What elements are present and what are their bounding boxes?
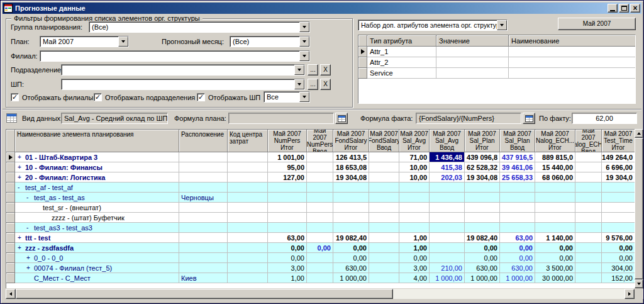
value-cell[interactable]: 1 000,00 [465,273,500,283]
value-cell[interactable] [369,152,399,162]
attribute-name-cell[interactable] [509,47,635,57]
column-header[interactable]: Май 2007NumPersВвод [307,130,333,152]
value-cell[interactable] [369,183,399,193]
table-row[interactable]: -test_as3 - test_as3 [6,223,635,233]
value-cell[interactable] [307,233,333,243]
value-cell[interactable] [535,223,575,233]
value-cell[interactable] [307,213,333,223]
chevron-down-icon[interactable] [294,65,304,75]
table-row[interactable]: +20 - Филиал: Логистика127,0019 304,0810… [6,172,635,183]
cost-center-cell[interactable] [228,243,268,253]
value-cell[interactable] [307,183,333,193]
value-cell[interactable]: 19 082,40 [465,233,500,243]
value-cell[interactable] [500,203,535,213]
value-cell[interactable]: 1 000,00 [430,273,465,283]
value-cell[interactable]: 19 304,0 [602,172,635,183]
scrollbar-thumb[interactable] [635,138,643,279]
value-cell[interactable]: 63,00 [500,233,535,243]
location-cell[interactable] [179,213,228,223]
value-cell[interactable] [369,273,399,283]
value-cell[interactable]: 6 696,00 [602,162,635,172]
value-cell[interactable] [500,223,535,233]
value-cell[interactable]: 62 528,32 [465,162,500,172]
value-cell[interactable]: 3,00 [399,263,430,273]
value-cell[interactable]: 0,00 [465,253,500,263]
chevron-down-icon[interactable] [299,92,309,102]
branch-select[interactable] [40,50,310,62]
scroll-left-button[interactable] [6,289,16,299]
value-cell[interactable] [575,253,602,263]
value-cell[interactable]: 3 500,00 [535,263,575,273]
value-cell[interactable] [369,213,399,223]
value-cell[interactable]: 0,00 [500,243,535,253]
value-cell[interactable]: 0,00 [333,253,369,263]
value-cell[interactable] [268,213,307,223]
value-cell[interactable] [575,263,602,273]
shp-browse-button[interactable]: ... [308,79,318,90]
tree-node[interactable]: -test_af - test_af [15,183,179,193]
value-cell[interactable]: 19 304,08 [465,172,500,183]
attribute-value-cell[interactable] [436,57,509,68]
table-row[interactable]: Service [358,68,635,79]
value-cell[interactable] [333,213,369,223]
location-cell[interactable] [179,253,228,263]
value-cell[interactable] [399,223,430,233]
value-cell[interactable] [535,183,575,193]
attribute-value-cell[interactable] [436,68,509,79]
value-cell[interactable] [399,193,430,203]
value-cell[interactable] [500,213,535,223]
tree-node[interactable]: zzzz - (штат) Буфетчик [15,213,179,223]
value-cell[interactable]: 149 264,0 [602,152,635,162]
value-cell[interactable]: 0,00 [333,243,369,253]
column-header[interactable]: Значение [436,35,509,47]
value-cell[interactable]: 4,00 [399,273,430,283]
value-cell[interactable] [575,183,602,193]
expand-icon[interactable]: + [18,244,25,251]
tree-node[interactable]: -test_as - test_as [15,193,179,203]
value-cell[interactable]: 630,00 [465,263,500,273]
location-cell[interactable] [179,243,228,253]
collapse-icon[interactable]: - [26,194,34,201]
value-cell[interactable]: 63,00 [268,233,307,243]
value-cell[interactable]: 630,00 [500,263,535,273]
data-view-icon[interactable] [6,113,17,123]
value-cell[interactable] [307,273,333,283]
column-header[interactable]: Май 2007Sal_AvgВвод [430,130,465,152]
value-cell[interactable] [575,172,602,183]
value-cell[interactable]: 18 653,08 [333,162,369,172]
value-cell[interactable]: 0,00 [500,253,535,263]
value-cell[interactable] [369,253,399,263]
value-cell[interactable] [430,213,465,223]
value-cell[interactable] [307,152,333,162]
value-cell[interactable] [430,243,465,253]
table-row[interactable]: zzzz - (штат) Буфетчик [6,213,635,223]
location-cell[interactable] [179,233,228,243]
value-cell[interactable]: 437 916,5 [500,152,535,162]
value-cell[interactable] [602,203,635,213]
value-cell[interactable]: 439 096,8 [465,152,500,162]
value-cell[interactable] [307,203,333,213]
value-cell[interactable]: 0,00 [268,243,307,253]
value-cell[interactable] [602,213,635,223]
value-cell[interactable]: 127,00 [268,172,307,183]
table-row[interactable]: +zzz - zsdfasdfa0,000,000,001,000,000,00… [6,243,635,253]
value-cell[interactable]: 3,00 [268,263,307,273]
fact-formula-editor-button[interactable] [523,113,535,124]
value-cell[interactable] [268,223,307,233]
attribute-name-cell[interactable] [509,57,635,68]
table-row[interactable]: -test_as - test_asЧерновцы [6,193,635,203]
value-cell[interactable]: 126 413,5 [333,152,369,162]
tree-node[interactable]: +01 - Штаб-Квартира 3 [15,152,179,162]
expand-icon[interactable]: + [18,234,25,241]
planning-group-select[interactable]: (Все) [89,21,310,33]
value-cell[interactable] [602,183,635,193]
value-cell[interactable]: 19 304,08 [333,172,369,183]
value-cell[interactable] [575,243,602,253]
value-cell[interactable]: 1 140,00 [535,233,575,243]
value-cell[interactable]: 0,00 [465,243,500,253]
value-cell[interactable] [535,203,575,213]
table-row[interactable]: С_Мест - С_МестКиев1,001 000,004,001 000… [6,273,635,283]
value-cell[interactable] [369,263,399,273]
tree-node[interactable]: +10 - Филиал: Финансы [15,162,179,172]
show-shp-checkbox[interactable]: ✓ Отображать ШП [197,93,260,101]
